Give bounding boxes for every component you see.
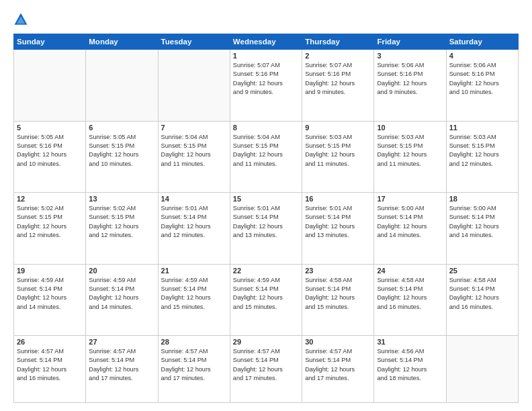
calendar-cell — [86, 50, 158, 122]
day-of-week-header: Wednesday — [230, 34, 302, 50]
day-info: Sunrise: 4:57 AM Sunset: 5:14 PM Dayligh… — [89, 347, 154, 383]
day-number: 7 — [161, 124, 227, 132]
day-number: 4 — [449, 52, 515, 60]
day-info: Sunrise: 5:01 AM Sunset: 5:14 PM Dayligh… — [161, 204, 227, 240]
day-info: Sunrise: 5:03 AM Sunset: 5:15 PM Dayligh… — [377, 133, 443, 169]
calendar-week-row: 5Sunrise: 5:05 AM Sunset: 5:16 PM Daylig… — [14, 121, 519, 193]
calendar-cell: 8Sunrise: 5:04 AM Sunset: 5:15 PM Daylig… — [230, 121, 302, 193]
day-info: Sunrise: 4:59 AM Sunset: 5:14 PM Dayligh… — [233, 276, 299, 312]
day-number: 10 — [377, 124, 443, 132]
calendar-cell: 10Sunrise: 5:03 AM Sunset: 5:15 PM Dayli… — [374, 121, 446, 193]
day-number: 2 — [305, 52, 371, 60]
calendar-cell: 20Sunrise: 4:59 AM Sunset: 5:14 PM Dayli… — [86, 264, 158, 336]
calendar-cell — [14, 50, 86, 122]
day-number: 14 — [161, 195, 227, 203]
day-info: Sunrise: 4:56 AM Sunset: 5:14 PM Dayligh… — [377, 347, 443, 383]
day-info: Sunrise: 4:59 AM Sunset: 5:14 PM Dayligh… — [89, 276, 154, 312]
day-number: 12 — [17, 195, 83, 203]
day-number: 21 — [161, 267, 227, 275]
day-info: Sunrise: 5:07 AM Sunset: 5:16 PM Dayligh… — [233, 61, 299, 97]
calendar-cell: 28Sunrise: 4:57 AM Sunset: 5:14 PM Dayli… — [158, 336, 230, 403]
day-number: 9 — [305, 124, 371, 132]
day-of-week-header: Monday — [86, 34, 158, 50]
day-number: 24 — [377, 267, 443, 275]
day-info: Sunrise: 4:57 AM Sunset: 5:14 PM Dayligh… — [233, 347, 299, 383]
day-info: Sunrise: 5:02 AM Sunset: 5:15 PM Dayligh… — [89, 204, 154, 240]
calendar-cell: 21Sunrise: 4:59 AM Sunset: 5:14 PM Dayli… — [158, 264, 230, 336]
day-info: Sunrise: 4:57 AM Sunset: 5:14 PM Dayligh… — [17, 347, 83, 383]
day-info: Sunrise: 5:01 AM Sunset: 5:14 PM Dayligh… — [305, 204, 371, 240]
day-info: Sunrise: 4:59 AM Sunset: 5:14 PM Dayligh… — [17, 276, 83, 312]
day-info: Sunrise: 5:01 AM Sunset: 5:14 PM Dayligh… — [233, 204, 299, 240]
calendar-cell: 29Sunrise: 4:57 AM Sunset: 5:14 PM Dayli… — [230, 336, 302, 403]
day-number: 15 — [233, 195, 299, 203]
day-of-week-header: Tuesday — [158, 34, 230, 50]
calendar-cell: 5Sunrise: 5:05 AM Sunset: 5:16 PM Daylig… — [14, 121, 86, 193]
day-info: Sunrise: 4:59 AM Sunset: 5:14 PM Dayligh… — [161, 276, 227, 312]
day-info: Sunrise: 5:06 AM Sunset: 5:16 PM Dayligh… — [449, 61, 515, 97]
day-number: 1 — [233, 52, 299, 60]
day-info: Sunrise: 4:58 AM Sunset: 5:14 PM Dayligh… — [305, 276, 371, 312]
day-info: Sunrise: 4:57 AM Sunset: 5:14 PM Dayligh… — [161, 347, 227, 383]
day-of-week-header: Sunday — [14, 34, 86, 50]
logo — [13, 12, 31, 27]
day-number: 29 — [233, 338, 299, 346]
calendar-cell: 25Sunrise: 4:58 AM Sunset: 5:14 PM Dayli… — [446, 264, 518, 336]
calendar-cell: 17Sunrise: 5:00 AM Sunset: 5:14 PM Dayli… — [374, 193, 446, 265]
calendar-week-row: 26Sunrise: 4:57 AM Sunset: 5:14 PM Dayli… — [14, 336, 519, 403]
day-info: Sunrise: 5:00 AM Sunset: 5:14 PM Dayligh… — [449, 204, 515, 240]
day-number: 28 — [161, 338, 227, 346]
day-number: 17 — [377, 195, 443, 203]
calendar-cell: 16Sunrise: 5:01 AM Sunset: 5:14 PM Dayli… — [302, 193, 374, 265]
day-number: 5 — [17, 124, 83, 132]
calendar-week-row: 1Sunrise: 5:07 AM Sunset: 5:16 PM Daylig… — [14, 50, 519, 122]
calendar-cell: 15Sunrise: 5:01 AM Sunset: 5:14 PM Dayli… — [230, 193, 302, 265]
calendar-header-row: SundayMondayTuesdayWednesdayThursdayFrid… — [14, 34, 519, 50]
calendar-cell: 24Sunrise: 4:58 AM Sunset: 5:14 PM Dayli… — [374, 264, 446, 336]
day-info: Sunrise: 5:04 AM Sunset: 5:15 PM Dayligh… — [161, 133, 227, 169]
day-of-week-header: Friday — [374, 34, 446, 50]
day-info: Sunrise: 4:57 AM Sunset: 5:14 PM Dayligh… — [305, 347, 371, 383]
logo-icon — [13, 12, 28, 27]
calendar-cell: 3Sunrise: 5:06 AM Sunset: 5:16 PM Daylig… — [374, 50, 446, 122]
day-info: Sunrise: 5:00 AM Sunset: 5:14 PM Dayligh… — [377, 204, 443, 240]
calendar-cell: 9Sunrise: 5:03 AM Sunset: 5:15 PM Daylig… — [302, 121, 374, 193]
day-info: Sunrise: 5:04 AM Sunset: 5:15 PM Dayligh… — [233, 133, 299, 169]
calendar-cell: 23Sunrise: 4:58 AM Sunset: 5:14 PM Dayli… — [302, 264, 374, 336]
day-info: Sunrise: 5:07 AM Sunset: 5:16 PM Dayligh… — [305, 61, 371, 97]
day-number: 19 — [17, 267, 83, 275]
calendar-cell: 13Sunrise: 5:02 AM Sunset: 5:15 PM Dayli… — [86, 193, 158, 265]
calendar-cell: 6Sunrise: 5:05 AM Sunset: 5:15 PM Daylig… — [86, 121, 158, 193]
calendar-cell: 4Sunrise: 5:06 AM Sunset: 5:16 PM Daylig… — [446, 50, 518, 122]
calendar-cell: 22Sunrise: 4:59 AM Sunset: 5:14 PM Dayli… — [230, 264, 302, 336]
day-number: 13 — [89, 195, 154, 203]
calendar-week-row: 12Sunrise: 5:02 AM Sunset: 5:15 PM Dayli… — [14, 193, 519, 265]
calendar-cell: 2Sunrise: 5:07 AM Sunset: 5:16 PM Daylig… — [302, 50, 374, 122]
calendar-cell: 1Sunrise: 5:07 AM Sunset: 5:16 PM Daylig… — [230, 50, 302, 122]
day-number: 31 — [377, 338, 443, 346]
calendar-table: SundayMondayTuesdayWednesdayThursdayFrid… — [13, 34, 519, 403]
day-info: Sunrise: 5:05 AM Sunset: 5:15 PM Dayligh… — [89, 133, 154, 169]
day-info: Sunrise: 5:02 AM Sunset: 5:15 PM Dayligh… — [17, 204, 83, 240]
day-number: 22 — [233, 267, 299, 275]
day-number: 18 — [449, 195, 515, 203]
calendar-cell: 19Sunrise: 4:59 AM Sunset: 5:14 PM Dayli… — [14, 264, 86, 336]
day-number: 6 — [89, 124, 154, 132]
day-number: 26 — [17, 338, 83, 346]
day-of-week-header: Thursday — [302, 34, 374, 50]
calendar-cell: 26Sunrise: 4:57 AM Sunset: 5:14 PM Dayli… — [14, 336, 86, 403]
day-of-week-header: Saturday — [446, 34, 518, 50]
day-number: 8 — [233, 124, 299, 132]
day-number: 25 — [449, 267, 515, 275]
calendar-cell: 14Sunrise: 5:01 AM Sunset: 5:14 PM Dayli… — [158, 193, 230, 265]
day-number: 16 — [305, 195, 371, 203]
day-number: 30 — [305, 338, 371, 346]
day-info: Sunrise: 5:03 AM Sunset: 5:15 PM Dayligh… — [449, 133, 515, 169]
calendar-week-row: 19Sunrise: 4:59 AM Sunset: 5:14 PM Dayli… — [14, 264, 519, 336]
calendar-cell: 30Sunrise: 4:57 AM Sunset: 5:14 PM Dayli… — [302, 336, 374, 403]
day-info: Sunrise: 5:05 AM Sunset: 5:16 PM Dayligh… — [17, 133, 83, 169]
day-number: 3 — [377, 52, 443, 60]
calendar-cell: 12Sunrise: 5:02 AM Sunset: 5:15 PM Dayli… — [14, 193, 86, 265]
day-number: 11 — [449, 124, 515, 132]
day-number: 23 — [305, 267, 371, 275]
